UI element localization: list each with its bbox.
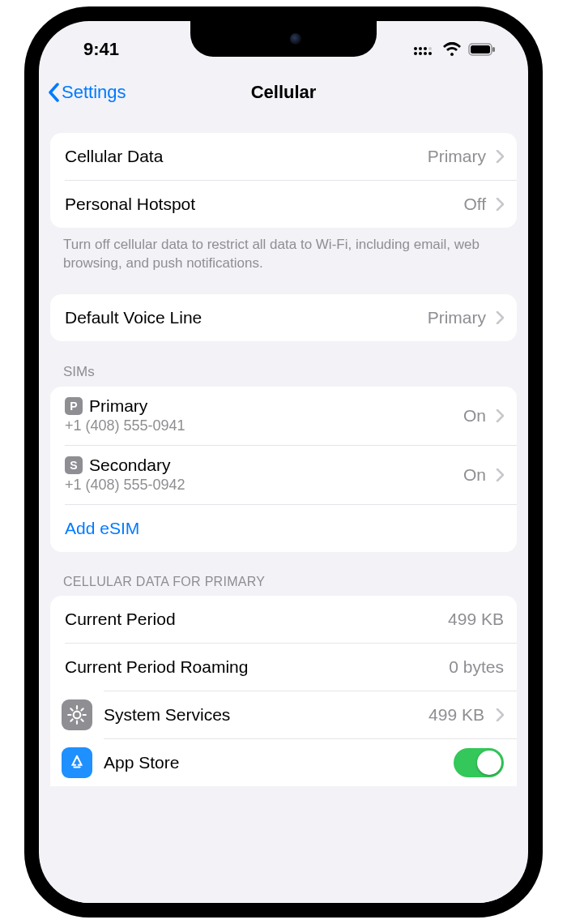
chevron-right-icon (496, 150, 504, 163)
roaming-value: 0 bytes (449, 657, 504, 677)
group-voice-line: Default Voice Line Primary (50, 294, 517, 341)
sim-badge-icon: P (65, 397, 83, 415)
svg-point-7 (428, 47, 432, 50)
phone-frame: 9:41 (24, 6, 543, 918)
cellular-footer-note: Turn off cellular data to restrict all d… (39, 228, 528, 273)
front-camera-icon (290, 33, 301, 45)
svg-point-3 (428, 52, 432, 55)
system-services-value: 499 KB (428, 705, 484, 725)
sims-header: SIMs (39, 341, 528, 387)
group-data-usage: Current Period 499 KB Current Period Roa… (50, 596, 517, 786)
default-voice-line-label: Default Voice Line (65, 308, 418, 327)
svg-point-0 (414, 52, 417, 55)
chevron-right-icon (496, 198, 504, 211)
group-sims: P Primary +1 (408) 555-0941 On S Seconda… (50, 387, 517, 552)
cellular-data-label: Cellular Data (65, 147, 418, 166)
screen: 9:41 (39, 21, 528, 903)
svg-point-2 (424, 52, 427, 55)
chevron-right-icon (496, 468, 504, 481)
sim-phone: +1 (408) 555-0942 (65, 477, 454, 494)
svg-point-1 (419, 52, 422, 55)
bottom-fade (39, 862, 528, 903)
chevron-left-icon (47, 83, 60, 102)
sim-status: On (463, 465, 486, 485)
current-period-label: Current Period (65, 610, 438, 629)
personal-hotspot-label: Personal Hotspot (65, 195, 454, 214)
svg-rect-10 (492, 47, 495, 52)
default-voice-line-value: Primary (428, 308, 486, 327)
chevron-right-icon (496, 708, 504, 721)
cellular-data-row[interactable]: Cellular Data Primary (50, 133, 517, 180)
status-icons (413, 42, 496, 57)
app-store-row[interactable]: App Store (50, 739, 517, 786)
current-period-row: Current Period 499 KB (50, 596, 517, 643)
wifi-icon (442, 42, 462, 57)
svg-point-11 (74, 712, 81, 719)
group-cellular: Cellular Data Primary Personal Hotspot O… (50, 133, 517, 228)
sim-phone: +1 (408) 555-0941 (65, 417, 454, 434)
app-store-toggle[interactable] (454, 748, 504, 777)
back-button[interactable]: Settings (47, 82, 126, 103)
sim-secondary-row[interactable]: S Secondary +1 (408) 555-0942 On (50, 446, 517, 504)
sim-name: Secondary (89, 456, 170, 475)
app-store-icon (62, 747, 92, 778)
current-period-roaming-row: Current Period Roaming 0 bytes (50, 644, 517, 691)
roaming-label: Current Period Roaming (65, 657, 439, 677)
system-services-row[interactable]: System Services 499 KB (50, 691, 517, 738)
sim-status: On (463, 406, 486, 426)
current-period-value: 499 KB (448, 610, 504, 629)
add-esim-row[interactable]: Add eSIM (50, 505, 517, 552)
default-voice-line-row[interactable]: Default Voice Line Primary (50, 294, 517, 341)
sim-badge-icon: S (65, 456, 83, 474)
sim-name: Primary (89, 396, 147, 416)
battery-icon (468, 43, 496, 56)
svg-point-5 (419, 47, 422, 50)
app-store-label: App Store (104, 753, 442, 772)
personal-hotspot-value: Off (463, 195, 486, 214)
system-services-label: System Services (104, 705, 417, 725)
data-usage-header: CELLULAR DATA FOR PRIMARY (39, 552, 528, 596)
personal-hotspot-row[interactable]: Personal Hotspot Off (50, 181, 517, 228)
chevron-right-icon (496, 409, 504, 422)
notch (190, 21, 377, 57)
back-label: Settings (62, 82, 126, 103)
cellular-signal-icon (413, 43, 436, 56)
sim-primary-row[interactable]: P Primary +1 (408) 555-0941 On (50, 387, 517, 445)
status-time: 9:41 (83, 39, 119, 60)
svg-point-6 (424, 47, 427, 50)
gear-icon (62, 699, 92, 730)
content-scroll[interactable]: Settings Cellular Cellular Data Primary … (39, 70, 528, 903)
add-esim-label: Add eSIM (65, 519, 504, 538)
svg-point-4 (414, 47, 417, 50)
chevron-right-icon (496, 311, 504, 324)
svg-rect-9 (471, 45, 490, 53)
nav-bar: Settings Cellular (39, 70, 528, 115)
cellular-data-value: Primary (428, 147, 486, 166)
